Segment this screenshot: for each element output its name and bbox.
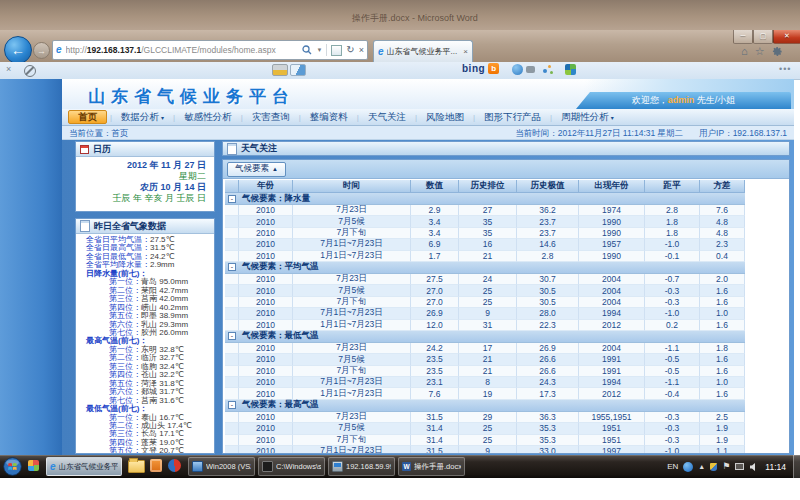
send-mail-icon[interactable] bbox=[290, 64, 306, 76]
nav-item-0[interactable]: 首页 bbox=[68, 110, 107, 124]
table-row[interactable]: 20107月下旬23.52126.61991-0.51.6 bbox=[225, 366, 745, 377]
refresh-icon[interactable]: ↻ bbox=[346, 45, 354, 55]
cell: 1991 bbox=[579, 354, 645, 365]
start-button[interactable] bbox=[3, 457, 22, 476]
clock[interactable]: 11:14 bbox=[765, 462, 786, 472]
gear-icon[interactable] bbox=[772, 46, 783, 57]
minimize-button[interactable]: ─ bbox=[733, 30, 753, 44]
cell: 21 bbox=[459, 354, 517, 365]
table-row[interactable]: 20107月1日~7月23日31.5933.01997-1.01.1 bbox=[225, 446, 745, 454]
taskbar-task-terminal[interactable]: C:\Windows\s... bbox=[258, 457, 325, 476]
table-row[interactable]: 20107月5候27.02530.52004-0.31.6 bbox=[225, 285, 745, 296]
table-row[interactable]: 20107月23日27.52430.72004-0.72.0 bbox=[225, 274, 745, 285]
volume-icon[interactable] bbox=[749, 463, 758, 471]
chevron-down-icon: ▾ bbox=[611, 114, 614, 121]
nav-item-3[interactable]: 灾害查询 bbox=[243, 111, 299, 124]
stop-icon[interactable]: × bbox=[359, 46, 364, 55]
pinned-app-round-icon[interactable] bbox=[168, 459, 181, 472]
address-dropdown-icon[interactable]: ▼ bbox=[316, 47, 322, 53]
addon-grey-icon[interactable] bbox=[526, 66, 535, 73]
url-text[interactable]: http://192.168.137.1/GLCCLIMATE/modules/… bbox=[66, 45, 300, 55]
blocked-circle-icon[interactable] bbox=[24, 65, 36, 77]
group-row[interactable]: -气候要素：平均气温 bbox=[225, 262, 745, 274]
cell: 12.0 bbox=[411, 320, 459, 331]
table-row[interactable]: 20101月1日~7月23日12.03122.320120.21.6 bbox=[225, 320, 745, 331]
cell: -1.1 bbox=[645, 343, 700, 354]
explorer-folder-icon[interactable] bbox=[128, 460, 145, 473]
gadget-icon[interactable] bbox=[28, 460, 39, 471]
collapse-icon[interactable]: - bbox=[228, 195, 236, 203]
group-row[interactable]: -气候要素：最低气温 bbox=[225, 331, 745, 343]
table-row[interactable]: 20107月下旬27.02530.52004-0.31.6 bbox=[225, 297, 745, 308]
table-row[interactable]: 20107月1日~7月23日23.1824.31994-1.11.0 bbox=[225, 377, 745, 388]
nav-item-4[interactable]: 整编资料 bbox=[301, 111, 357, 124]
table-row[interactable]: 20107月1日~7月23日26.9928.01994-1.01.0 bbox=[225, 308, 745, 319]
addon-sparkle-icon[interactable] bbox=[543, 64, 554, 75]
compatibility-view-icon[interactable] bbox=[331, 45, 342, 56]
search-icon[interactable] bbox=[302, 45, 312, 55]
nav-item-label: 图形下行产品 bbox=[484, 111, 541, 124]
taskbar-task-remote[interactable]: 192.168.59.99... bbox=[328, 457, 395, 476]
table-row[interactable]: 20107月23日31.52936.31955,1951-0.32.5 bbox=[225, 412, 745, 423]
table-row[interactable]: 20107月23日24.21726.92004-1.11.8 bbox=[225, 343, 745, 354]
network-icon[interactable] bbox=[735, 463, 744, 470]
maximize-button[interactable]: ▢ bbox=[753, 30, 773, 44]
action-center-shield-icon[interactable] bbox=[710, 463, 717, 471]
table-row[interactable]: 20107月1日~7月23日6.91614.61957-1.02.3 bbox=[225, 239, 745, 250]
tab-close-icon[interactable]: × bbox=[463, 47, 468, 56]
row-indent-cell bbox=[225, 377, 239, 388]
tray-expand-icon[interactable]: ▲ bbox=[698, 463, 705, 470]
collapse-icon[interactable]: - bbox=[228, 332, 236, 340]
favorites-star-icon[interactable]: ☆ bbox=[755, 46, 765, 57]
mail-card-icon[interactable] bbox=[272, 64, 288, 76]
close-button[interactable]: ✕ bbox=[773, 30, 800, 44]
group-row[interactable]: -气候要素：降水量 bbox=[225, 193, 745, 205]
yesterday-panel-header: 昨日全省气象数据 bbox=[76, 219, 214, 234]
table-row[interactable]: 20107月下旬31.42535.31951-0.31.9 bbox=[225, 435, 745, 446]
flag-icon[interactable]: ⚑ bbox=[722, 462, 730, 471]
nav-item-5[interactable]: 天气关注 bbox=[359, 111, 415, 124]
cell: 31.5 bbox=[411, 446, 459, 454]
taskbar-active-ie-task[interactable]: e 山东省气候业务平... bbox=[46, 457, 122, 476]
home-icon[interactable]: ⌂ bbox=[741, 46, 748, 57]
close-pane-icon[interactable]: × bbox=[6, 65, 11, 74]
bing-toolbar[interactable]: bing b bbox=[462, 63, 499, 74]
show-desktop-button[interactable] bbox=[793, 455, 800, 478]
table-row[interactable]: 20107月23日2.92736.219742.87.6 bbox=[225, 205, 745, 216]
nav-item-6[interactable]: 风险地图 bbox=[417, 111, 473, 124]
table-row[interactable]: 20101月1日~7月23日1.7212.81990-0.10.4 bbox=[225, 251, 745, 262]
more-options-icon[interactable]: ••• bbox=[779, 64, 791, 74]
cell: 7月23日 bbox=[293, 274, 411, 285]
addon-grid-icon[interactable] bbox=[565, 64, 576, 75]
cell: -0.7 bbox=[645, 274, 700, 285]
table-row[interactable]: 20107月5候3.43523.719901.84.8 bbox=[225, 216, 745, 227]
browser-tab[interactable]: e 山东省气候业务平... × bbox=[373, 40, 473, 62]
pinned-app-orange-icon[interactable] bbox=[150, 459, 162, 472]
table-row[interactable]: 20107月5候23.52126.61991-0.51.6 bbox=[225, 354, 745, 365]
nav-item-7[interactable]: 图形下行产品 bbox=[475, 111, 550, 124]
browser-back-button[interactable]: ← bbox=[4, 36, 32, 64]
taskbar-task-window[interactable]: Win2008 (VS2... bbox=[188, 457, 255, 476]
row-indent-cell bbox=[225, 435, 239, 446]
divider bbox=[326, 44, 327, 56]
language-indicator[interactable]: EN bbox=[667, 462, 678, 471]
nav-item-1[interactable]: 数据分析▾ bbox=[112, 111, 173, 124]
cell: -0.3 bbox=[645, 423, 700, 434]
cell: 31.4 bbox=[411, 423, 459, 434]
browser-forward-button[interactable]: → bbox=[33, 42, 50, 59]
nav-item-8[interactable]: 周期性分析▾ bbox=[552, 111, 623, 124]
address-bar[interactable]: e http://192.168.137.1/GLCCLIMATE/module… bbox=[52, 40, 368, 60]
cell: 2.8 bbox=[517, 251, 579, 262]
table-row[interactable]: 20107月5候31.42535.31951-0.31.9 bbox=[225, 423, 745, 434]
collapse-icon[interactable]: - bbox=[228, 263, 236, 271]
cell: 2.3 bbox=[700, 239, 745, 250]
collapse-icon[interactable]: - bbox=[228, 401, 236, 409]
tray-messenger-icon[interactable] bbox=[683, 462, 693, 472]
taskbar-task-word[interactable]: 操作手册.docx -... bbox=[398, 457, 465, 476]
nav-item-2[interactable]: 敏感性分析 bbox=[175, 111, 241, 124]
group-row[interactable]: -气候要素：最高气温 bbox=[225, 400, 745, 412]
addon-blue-circle-icon[interactable] bbox=[512, 64, 523, 75]
table-row[interactable]: 20101月1日~7月23日7.61917.32012-0.41.6 bbox=[225, 388, 745, 399]
climate-element-button[interactable]: 气候要素 ▲ bbox=[227, 162, 286, 177]
table-row[interactable]: 20107月下旬3.43523.719901.84.8 bbox=[225, 228, 745, 239]
